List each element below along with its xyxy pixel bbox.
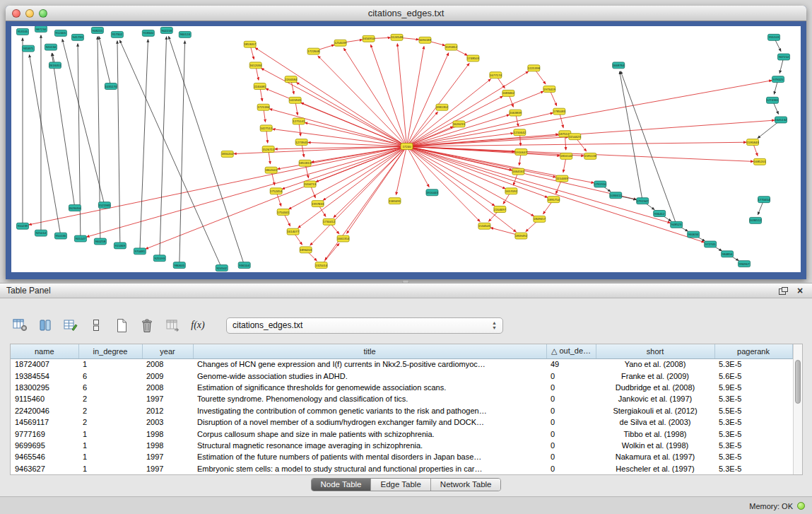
graph-node[interactable]: 1722608 [307,48,320,54]
table-cell[interactable]: 5.3E-5 [714,440,792,451]
table-row[interactable]: 1938455462009Genome-wide association stu… [11,370,792,381]
graph-node[interactable]: 1534545 [478,223,491,229]
table-row[interactable]: 911546021997Tourette syndrome. Phenomeno… [11,393,792,404]
graph-edge[interactable] [180,41,185,265]
table-cell[interactable]: 1998 [142,428,193,439]
table-cell[interactable]: Investigating the contribution of common… [193,405,546,416]
graph-node[interactable]: 1275141 [293,118,305,124]
tab-edge-table[interactable]: Edge Table [371,479,430,491]
table-cell[interactable]: 2008 [142,382,193,393]
graph-node[interactable]: 1626215 [453,121,466,127]
table-cell[interactable]: 0 [546,451,596,462]
table-cell[interactable]: Estimation of the future numbers of pati… [193,451,546,462]
table-cell[interactable]: 9115460 [11,393,78,404]
graph-edge[interactable] [296,83,406,146]
graph-edge[interactable] [146,146,406,249]
graph-node[interactable]: 1916443 [426,189,439,196]
table-cell[interactable]: 5.3E-5 [714,451,792,462]
table-cell[interactable]: Wolkin et al. (1998) [596,440,714,451]
graph-node[interactable]: 1895754 [548,197,560,203]
graph-node[interactable]: 1752454 [270,188,283,194]
graph-node[interactable]: 1036512 [750,217,763,223]
table-cell[interactable]: 0 [546,405,596,416]
graph-node[interactable]: 1896203 [300,247,312,253]
new-document-icon[interactable] [113,317,130,334]
graph-node[interactable]: 1696183 [419,37,432,43]
table-row[interactable]: 1872400712008Changes of HCN gene express… [11,358,792,370]
graph-edge[interactable] [234,146,407,153]
graph-node[interactable]: 979325 [772,76,784,83]
table-cell[interactable]: 2008 [142,358,193,370]
table-cell[interactable]: 5.3E-5 [714,393,792,404]
graph-node[interactable]: 980605 [173,262,185,269]
table-cell[interactable]: 9463627 [11,463,78,474]
graph-node[interactable]: 1273945 [295,139,308,146]
graph-node[interactable]: 924502 [216,265,228,271]
graph-node[interactable]: 950136 [54,233,66,239]
graph-node[interactable]: 1730412 [323,218,336,225]
tab-node-table[interactable]: Node Table [312,479,372,491]
network-canvas[interactable]: 1724018530571612034224008117251841427512… [11,26,801,272]
table-cell[interactable]: Yano et al. (2008) [596,358,714,370]
graph-node[interactable]: 2026050 [69,205,81,211]
graph-edge[interactable] [87,146,407,237]
graph-node[interactable]: 936104 [238,262,250,269]
graph-node[interactable]: 905147 [74,235,86,242]
graph-edge[interactable] [318,56,407,146]
table-cell[interactable]: 0 [546,370,596,381]
graph-node[interactable]: 1420945 [289,97,302,103]
graph-node[interactable]: 1791947 [637,198,649,204]
table-cell[interactable]: 49 [546,358,596,370]
edit-table-icon[interactable] [62,317,79,334]
column-header[interactable]: △ out_de… [546,344,596,358]
graph-node[interactable]: 1036612 [610,192,623,199]
table-cell[interactable]: Disruption of a novel member of a sodium… [193,416,546,428]
table-cell[interactable]: Stergiakouli et al. (2012) [596,405,714,416]
graph-node[interactable]: 1809657 [534,216,546,222]
graph-node[interactable]: 1124548 [391,34,403,40]
graph-edge[interactable] [406,79,490,146]
table-cell[interactable]: Changes of HCN gene expression and I(f) … [193,358,546,370]
graph-node[interactable]: 967214 [778,54,790,60]
graph-node[interactable]: 1853057 [244,41,257,47]
graph-edge[interactable] [397,44,406,146]
graph-edge[interactable] [140,40,148,252]
table-cell[interactable]: 0 [546,416,596,428]
graph-node[interactable]: 1997833 [312,201,324,207]
graph-edge[interactable] [117,41,120,246]
graph-node[interactable]: 935871 [22,45,34,52]
table-cell[interactable]: 2 [78,393,142,404]
graph-node[interactable]: 918340 [142,30,154,36]
graph-edge[interactable] [406,146,505,189]
graph-node[interactable]: 2063839 [510,110,522,116]
graph-node[interactable]: 1685201 [754,158,767,165]
table-source-selector[interactable]: citations_edges.txt ▲▼ [226,317,503,334]
table-cell[interactable]: 2 [78,416,142,428]
column-header[interactable]: name [11,344,78,358]
table-cell[interactable]: 9699695 [11,440,78,451]
table-row[interactable]: 977716911998Corpus callosum shape and si… [11,428,792,439]
graph-node[interactable]: 1657092 [505,188,518,194]
import-table-icon[interactable] [164,317,181,334]
table-cell[interactable]: 5.3E-5 [714,428,792,439]
table-settings-icon[interactable] [11,317,28,334]
table-cell[interactable]: 5.3E-5 [714,416,792,428]
graph-edge[interactable] [406,146,480,221]
graph-node[interactable]: 1748503 [467,55,480,62]
graph-node[interactable]: 925593 [153,255,165,262]
table-cell[interactable]: Franke et al. (2009) [596,370,714,381]
table-cell[interactable]: Tourette syndrome. Phenomenology and cla… [193,393,546,404]
table-cell[interactable]: 6 [78,370,142,381]
graph-node[interactable]: 1427512 [260,125,273,132]
graph-node[interactable]: 2240081 [254,83,266,90]
graph-edge[interactable] [371,45,407,146]
graph-node[interactable]: 915369 [114,243,126,249]
table-cell[interactable]: 22420046 [11,405,78,416]
table-cell[interactable]: 1 [78,463,142,474]
table-cell[interactable]: de Silva et al. (2003) [596,416,714,428]
graph-edge[interactable] [98,37,100,242]
column-header[interactable]: in_degree [78,344,142,358]
graph-node[interactable]: 1521985 [98,202,111,209]
graph-node[interactable]: 1154423 [569,134,581,140]
table-cell[interactable]: Embryonic stem cells: a model to study s… [193,463,546,474]
